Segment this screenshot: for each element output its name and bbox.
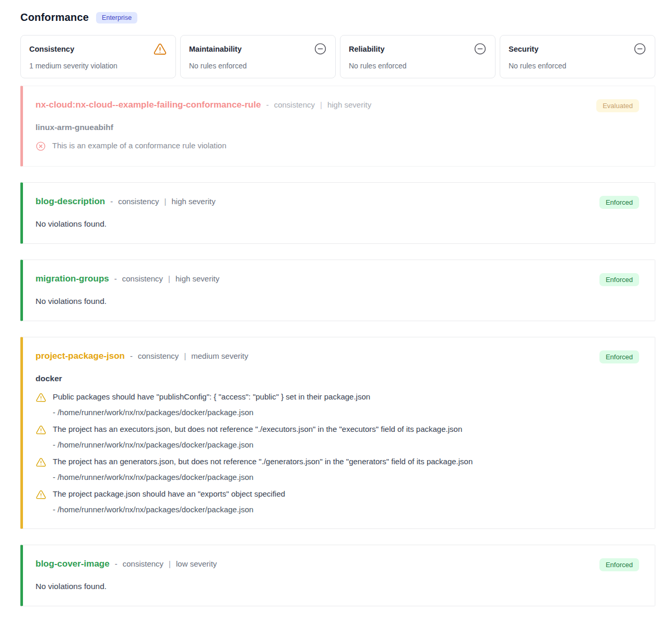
violation-message: The project has an executors.json, but d… [53, 424, 462, 434]
rule-name-link[interactable]: nx-cloud:nx-cloud--example-failing-confo… [36, 100, 261, 110]
violation-message: This is an example of a conformance rule… [52, 140, 227, 151]
minus-circle-icon [314, 42, 327, 55]
enforced-badge: Enforced [599, 350, 639, 363]
violation-message: The project has an generators.json, but … [53, 456, 473, 467]
summary-card-title: Maintainability [189, 42, 242, 53]
dash-separator: - [115, 559, 117, 568]
no-violations-text: No violations found. [36, 219, 639, 229]
warning-triangle-icon [36, 425, 46, 436]
minus-circle-icon [474, 42, 487, 55]
rule-severity: high severity [171, 197, 215, 206]
violation-message: Public packages should have "publishConf… [53, 392, 370, 402]
rule-name-link[interactable]: project-package-json [36, 351, 125, 361]
rule-severity: medium severity [191, 351, 248, 360]
summary-card-title: Consistency [29, 42, 74, 53]
summary-card-consistency: Consistency 1 medium severity violation [20, 35, 176, 78]
summary-card-reliability: Reliability No rules enforced [340, 35, 496, 78]
rule-category: consistency [118, 197, 159, 206]
warning-triangle-icon [36, 392, 46, 403]
enforced-badge: Enforced [599, 196, 639, 209]
dash-separator: - [266, 100, 269, 109]
project-name: docker [36, 374, 639, 383]
rule-severity: high severity [175, 274, 219, 283]
rule-card-example-failing: nx-cloud:nx-cloud--example-failing-confo… [20, 86, 655, 167]
summary-card-status: No rules enforced [189, 62, 327, 70]
conformance-page: Conformance Enterprise Consistency 1 med… [0, 0, 672, 623]
page-title: Conformance [20, 11, 89, 23]
summary-card-status: No rules enforced [509, 62, 646, 70]
rule-category: consistency [122, 274, 163, 283]
violation-path: - /home/runner/work/nx/nx/packages/docke… [53, 505, 639, 514]
violation-item: The project package.json should have an … [36, 489, 639, 514]
rule-card-blog-description: blog-description - consistency | high se… [20, 182, 655, 244]
violation-path: - /home/runner/work/nx/nx/packages/docke… [53, 408, 639, 417]
x-circle-icon [36, 141, 46, 151]
summary-card-security: Security No rules enforced [500, 35, 655, 78]
rule-card-blog-cover-image: blog-cover-image - consistency | low sev… [20, 545, 655, 606]
violation-item: Public packages should have "publishConf… [36, 392, 639, 417]
warning-triangle-icon [36, 489, 46, 500]
summary-card-status: 1 medium severity violation [29, 62, 167, 70]
summary-card-title: Security [509, 42, 538, 53]
enforced-badge: Enforced [599, 273, 639, 286]
violation-path: - /home/runner/work/nx/nx/packages/docke… [53, 440, 639, 449]
pipe-separator: | [169, 559, 171, 568]
rule-card-migration-groups: migration-groups - consistency | high se… [20, 260, 655, 321]
rule-card-project-package-json: project-package-json - consistency | med… [20, 337, 655, 529]
dash-separator: - [110, 197, 113, 206]
minus-circle-icon [633, 42, 646, 55]
pipe-separator: | [320, 100, 322, 109]
violation-item: The project has an executors.json, but d… [36, 424, 639, 449]
warning-triangle-icon [153, 42, 167, 56]
dash-separator: - [114, 274, 117, 283]
summary-card-maintainability: Maintainability No rules enforced [180, 35, 336, 78]
rule-category: consistency [138, 351, 179, 360]
project-name: linux-arm-gnueabihf [36, 123, 639, 132]
violation-path: - /home/runner/work/nx/nx/packages/docke… [53, 473, 639, 481]
summary-card-status: No rules enforced [349, 62, 487, 70]
rule-severity: high severity [327, 100, 371, 109]
violation-message: The project package.json should have an … [53, 489, 285, 499]
rule-name-link[interactable]: migration-groups [36, 274, 109, 284]
enterprise-badge: Enterprise [96, 12, 137, 23]
no-violations-text: No violations found. [36, 297, 639, 306]
pipe-separator: | [168, 274, 170, 283]
pipe-separator: | [164, 197, 167, 206]
rule-category: consistency [274, 100, 315, 109]
warning-triangle-icon [36, 457, 46, 468]
dash-separator: - [130, 351, 133, 360]
rule-category: consistency [123, 559, 163, 568]
rule-severity: low severity [176, 559, 217, 568]
rule-name-link[interactable]: blog-cover-image [36, 559, 110, 569]
summary-card-title: Reliability [349, 42, 385, 53]
no-violations-text: No violations found. [36, 582, 639, 591]
summary-cards-row: Consistency 1 medium severity violation … [20, 35, 655, 78]
evaluated-badge: Evaluated [596, 99, 639, 112]
pipe-separator: | [184, 351, 186, 360]
enforced-badge: Enforced [599, 558, 639, 571]
violation-item: The project has an generators.json, but … [36, 456, 639, 481]
rule-name-link[interactable]: blog-description [36, 196, 105, 207]
page-header: Conformance Enterprise [20, 11, 655, 23]
